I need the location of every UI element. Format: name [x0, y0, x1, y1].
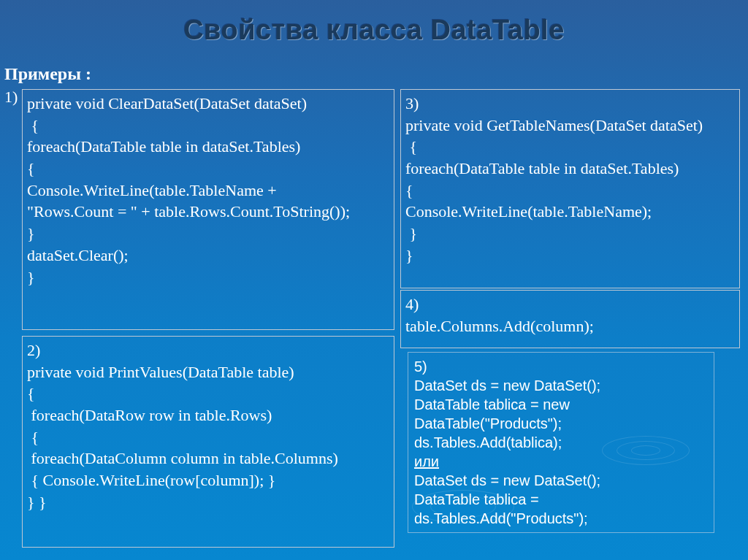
code-example-3: 3) private void GetTableNames(DataSet da… [400, 89, 740, 288]
code-example-4: 4) table.Columns.Add(column); [400, 290, 740, 348]
code-example-2: 2) private void PrintValues(DataTable ta… [22, 336, 394, 548]
code-example-5a: 5) DataSet ds = new DataSet(); DataTable… [414, 358, 600, 450]
code-example-1: private void ClearDataSet(DataSet dataSe… [22, 89, 394, 330]
examples-label: Примеры : [4, 64, 91, 84]
code-example-5b: DataSet ds = new DataSet(); DataTable ta… [414, 472, 600, 526]
example-1-number: 1) [4, 88, 18, 107]
or-label: или [414, 453, 439, 469]
slide-title: Свойства класса DataTable [0, 0, 748, 46]
code-example-5: 5) DataSet ds = new DataSet(); DataTable… [408, 352, 714, 533]
